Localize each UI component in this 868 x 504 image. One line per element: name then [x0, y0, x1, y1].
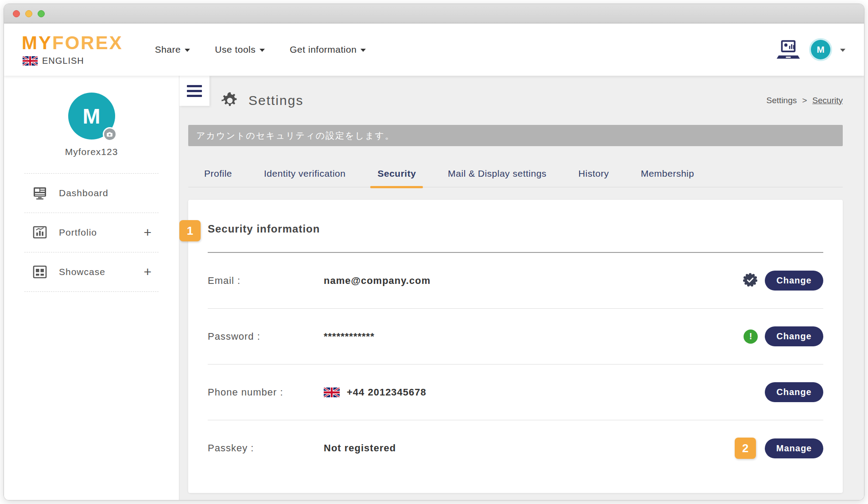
email-value: name@company.com — [324, 275, 430, 287]
sidebar-item-showcase[interactable]: Showcase + — [24, 252, 159, 292]
uk-flag-icon — [23, 56, 38, 66]
tab-mail-display-settings[interactable]: Mail & Display settings — [441, 162, 554, 187]
nav-share-label: Share — [155, 44, 181, 55]
language-label: ENGLISH — [42, 56, 84, 66]
email-actions: Change — [743, 271, 823, 291]
main-inner: Settings Settings > Security アカウントのセキュリテ… — [179, 76, 864, 500]
chevron-down-icon — [260, 49, 265, 52]
page-title: Settings — [248, 93, 303, 108]
main-content: Settings Settings > Security アカウントのセキュリテ… — [179, 76, 864, 500]
breadcrumb: Settings > Security — [767, 96, 843, 105]
phone-row: Phone number : +44 2012345678 Change — [208, 364, 823, 420]
nav-get-information-label: Get information — [290, 44, 356, 55]
sidebar-item-portfolio[interactable]: Portfolio + — [24, 213, 159, 252]
header-right: M — [775, 39, 845, 60]
breadcrumb-parent: Settings — [767, 96, 797, 105]
logo-part-forex: FOREX — [52, 32, 123, 53]
sidebar-item-label: Dashboard — [59, 188, 151, 198]
email-row: Email : name@company.com Change — [208, 253, 823, 309]
uk-flag-icon — [324, 388, 340, 397]
sidebar-item-dashboard[interactable]: Dashboard — [24, 174, 159, 213]
settings-tabs: Profile Identity verification Security M… — [188, 162, 843, 187]
tab-security[interactable]: Security — [370, 162, 423, 187]
sidebar: M Myforex123 Dashboard Portfolio + — [4, 76, 179, 500]
change-password-button[interactable]: Change — [765, 326, 823, 346]
showcase-icon — [32, 264, 47, 279]
breadcrumb-current-link[interactable]: Security — [812, 96, 843, 105]
section-title: Security information — [208, 223, 823, 235]
zoom-icon[interactable] — [38, 10, 45, 17]
phone-actions: Change — [765, 382, 823, 402]
passkey-label: Passkey : — [208, 442, 324, 454]
support-desk-icon[interactable] — [775, 39, 801, 60]
change-email-button[interactable]: Change — [765, 271, 823, 291]
profile-avatar-wrap: M — [63, 93, 120, 140]
dashboard-icon — [32, 186, 47, 201]
main-nav: Share Use tools Get information — [155, 44, 366, 55]
gear-icon — [221, 92, 239, 109]
verified-seal-icon — [743, 272, 758, 289]
email-label: Email : — [208, 275, 324, 287]
logo-text: MYFOREX — [22, 34, 123, 52]
password-actions: ! Change — [744, 326, 823, 346]
manage-passkey-button[interactable]: Manage — [765, 438, 823, 458]
tab-profile[interactable]: Profile — [197, 162, 239, 187]
passkey-actions: 2 Manage — [735, 438, 823, 459]
section-description-banner: アカウントのセキュリティの設定をします。 — [188, 125, 843, 146]
chevron-down-icon — [360, 49, 366, 52]
nav-share[interactable]: Share — [155, 44, 190, 55]
tab-identity-verification[interactable]: Identity verification — [257, 162, 353, 187]
account-avatar[interactable]: M — [811, 40, 830, 59]
app-window: MYFOREX ENGLISH Share Use tools Get info… — [4, 4, 864, 500]
brand-logo[interactable]: MYFOREX ENGLISH — [22, 34, 123, 66]
app-header: MYFOREX ENGLISH Share Use tools Get info… — [4, 23, 864, 76]
change-phone-button[interactable]: Change — [765, 382, 823, 402]
nav-use-tools[interactable]: Use tools — [215, 44, 265, 55]
breadcrumb-separator: > — [802, 96, 807, 105]
expand-toggle-plus-icon[interactable]: + — [143, 265, 151, 279]
section-head: Security information — [208, 200, 823, 235]
nav-get-information[interactable]: Get information — [290, 44, 366, 55]
passkey-value: Not registered — [324, 442, 396, 454]
tab-membership[interactable]: Membership — [634, 162, 701, 187]
body-row: M Myforex123 Dashboard Portfolio + — [4, 76, 864, 500]
password-label: Password : — [208, 331, 324, 342]
close-icon[interactable] — [13, 10, 20, 17]
phone-number-text: +44 2012345678 — [347, 387, 426, 398]
phone-value: +44 2012345678 — [324, 387, 426, 398]
passkey-row: Passkey : Not registered 2 Manage — [208, 420, 823, 476]
portfolio-icon — [32, 225, 47, 240]
minimize-icon[interactable] — [25, 10, 32, 17]
tab-history[interactable]: History — [571, 162, 616, 187]
chevron-down-icon — [185, 49, 190, 52]
security-information-card: 1 Security information Email : name@comp… — [188, 200, 843, 493]
step-badge-2: 2 — [735, 438, 756, 459]
step-badge-1: 1 — [179, 220, 201, 241]
password-row: Password : ************ ! Change — [208, 309, 823, 364]
phone-label: Phone number : — [208, 387, 324, 398]
sidebar-username: Myforex123 — [4, 147, 179, 157]
password-value: ************ — [324, 331, 375, 342]
chevron-down-icon[interactable] — [840, 49, 845, 52]
hamburger-icon[interactable] — [179, 76, 209, 106]
page-title-row: Settings Settings > Security — [188, 76, 843, 125]
expand-toggle-plus-icon[interactable]: + — [143, 226, 151, 239]
camera-icon[interactable] — [103, 127, 117, 141]
window-titlebar — [4, 4, 864, 23]
alert-green-icon: ! — [744, 330, 758, 344]
nav-use-tools-label: Use tools — [215, 44, 256, 55]
logo-part-my: MY — [22, 32, 52, 53]
sidebar-item-label: Portfolio — [59, 227, 143, 238]
language-selector[interactable]: ENGLISH — [23, 56, 123, 66]
sidebar-item-label: Showcase — [59, 267, 143, 277]
